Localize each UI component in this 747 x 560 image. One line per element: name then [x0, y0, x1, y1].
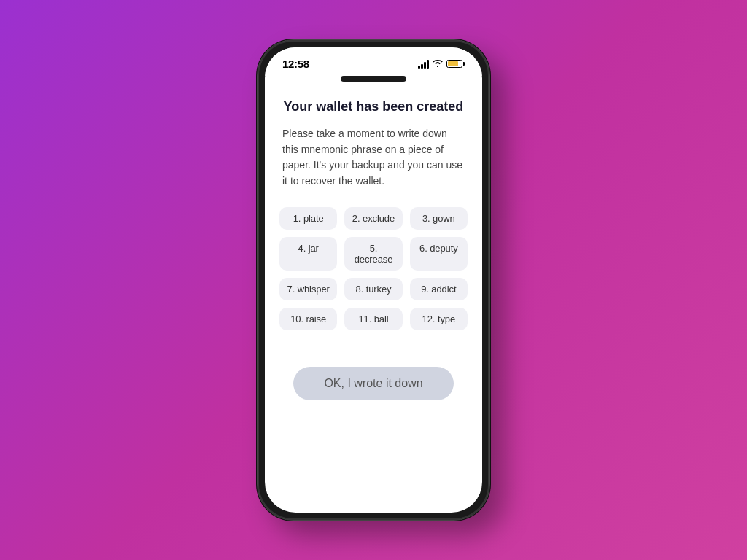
- notch-area: [265, 76, 482, 85]
- mnemonic-word-6: 6. deputy: [410, 237, 468, 271]
- wallet-description: Please take a moment to write down this …: [279, 126, 468, 190]
- signal-icon: [418, 60, 429, 69]
- status-time: 12:58: [282, 58, 309, 70]
- battery-icon: [446, 60, 465, 68]
- mnemonic-word-4: 4. jar: [279, 237, 337, 271]
- mnemonic-word-2: 2. exclude: [344, 207, 402, 230]
- mnemonic-word-11: 11. ball: [344, 308, 402, 330]
- dynamic-island: [341, 76, 406, 82]
- mnemonic-word-5: 5. decrease: [344, 237, 402, 271]
- status-bar: 12:58: [265, 47, 482, 76]
- phone-wrapper: 12:58: [257, 39, 490, 521]
- phone-screen: 12:58: [265, 47, 482, 513]
- status-icons: [418, 59, 465, 69]
- mnemonic-word-12: 12. type: [410, 308, 468, 330]
- screen-content: Your wallet has been created Please take…: [265, 85, 482, 513]
- ok-button[interactable]: OK, I wrote it down: [293, 367, 454, 400]
- wallet-title: Your wallet has been created: [284, 99, 464, 114]
- mnemonic-word-3: 3. gown: [410, 207, 468, 230]
- mnemonic-word-8: 8. turkey: [344, 278, 402, 300]
- phone-frame: 12:58: [257, 39, 490, 521]
- mnemonic-word-7: 7. whisper: [279, 278, 337, 300]
- mnemonic-grid: 1. plate2. exclude3. gown4. jar5. decrea…: [279, 207, 468, 330]
- mnemonic-word-1: 1. plate: [279, 207, 337, 230]
- wifi-icon: [433, 59, 443, 69]
- mnemonic-word-9: 9. addict: [410, 278, 468, 300]
- mnemonic-word-10: 10. raise: [279, 308, 337, 330]
